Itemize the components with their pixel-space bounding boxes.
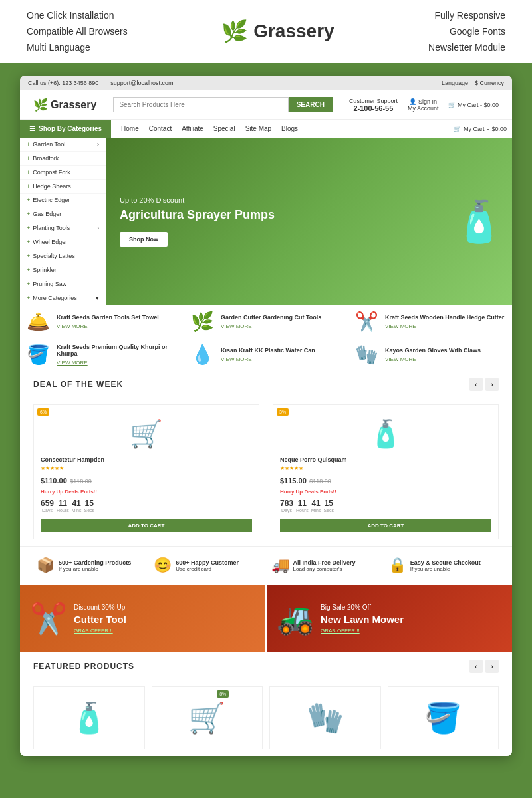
promo-banner-img-0: ✂️ — [30, 601, 67, 636]
nav-home[interactable]: Home — [121, 125, 139, 132]
product-link-4[interactable]: VIEW MORE — [221, 356, 341, 362]
sidebar-item-electric-edger[interactable]: +Electric Edger — [20, 194, 106, 207]
product-name-2: Kraft Seeds Wooden Handle Hedge Cutter — [385, 314, 505, 321]
feature-item-2: 🚚 All India Free Delivery Load any compu… — [268, 553, 382, 577]
sidebar-item-planting-tools[interactable]: +Planting Tools › — [20, 221, 106, 235]
feature-icon-3: 🔒 — [388, 557, 406, 574]
deal-next-button[interactable]: › — [485, 378, 499, 391]
product-card-4[interactable]: 💧 Kisan Kraft KK Plastic Water Can VIEW … — [184, 338, 348, 371]
nav-affiliate[interactable]: Affiliate — [182, 125, 203, 132]
product-link-5[interactable]: VIEW MORE — [385, 356, 505, 362]
featured-section-title: FEATURED PRODUCTS — [33, 662, 134, 671]
product-name-3: Kraft Seeds Premium Quality Khurpi or Kh… — [57, 344, 177, 357]
logo-text: Grassery — [253, 21, 334, 42]
deals-row: 6% 🛒 Consectetur Hampden ★★★★★ $110.00 $… — [20, 398, 512, 546]
deal-timer-days-0: 659 Days — [41, 499, 54, 513]
product-link-2[interactable]: VIEW MORE — [385, 323, 505, 329]
deal-prev-button[interactable]: ‹ — [469, 378, 483, 391]
logo-icon: 🌿 — [221, 19, 248, 44]
hero-title: Agricultura Sprayer Pumps — [120, 208, 275, 222]
promo-banner-1[interactable]: 🚜 Big Sale 20% Off New Lawn Mower GRAB O… — [267, 585, 512, 652]
product-info-1: Garden Cutter Gardening Cut Tools VIEW M… — [221, 314, 341, 329]
product-card-5[interactable]: 🧤 Kayos Garden Gloves With Claws VIEW MO… — [348, 338, 512, 371]
menu-icon: ☰ — [29, 125, 35, 132]
browser-url-left: Call us (+6): 123 3456 890 — [28, 80, 98, 86]
nav-blogs[interactable]: Blogs — [281, 125, 298, 132]
sidebar-item-hedge-shears[interactable]: +Hedge Shears — [20, 180, 106, 194]
promo-product-name-1: New Lawn Mower — [321, 614, 404, 625]
deal-section-nav: ‹ › — [469, 378, 499, 391]
deal-add-cart-button-1[interactable]: ADD TO CART — [280, 519, 491, 532]
sidebar-item-pruning-saw[interactable]: +Pruning Saw — [20, 277, 106, 291]
product-link-1[interactable]: VIEW MORE — [221, 323, 341, 329]
cart-icon: 🛒 — [448, 102, 456, 108]
feature-item-1: 😊 600+ Happy Customer Use credit card — [150, 553, 264, 577]
sidebar-item-sprinkler[interactable]: +Sprinkler — [20, 263, 106, 277]
feature-sub-0: If you are unable — [59, 566, 131, 572]
nav-cart-amount: $0.00 — [491, 126, 507, 132]
product-grid: 🛎️ Kraft Seeds Garden Tools Set Towel VI… — [20, 305, 512, 371]
promo-link-1[interactable]: GRAB OFFER !! — [321, 628, 404, 634]
feature-newsletter: Newsletter Module — [428, 42, 505, 53]
product-info-5: Kayos Garden Gloves With Claws VIEW MORE — [385, 347, 505, 362]
nav-cart[interactable]: 🛒 My Cart - $0.00 — [448, 120, 512, 138]
featured-img-0: 🧴 — [41, 700, 138, 735]
product-card-2[interactable]: ✂️ Kraft Seeds Wooden Handle Hedge Cutte… — [348, 305, 512, 338]
product-card-3[interactable]: 🪣 Kraft Seeds Premium Quality Khurpi or … — [20, 338, 184, 371]
deal-timer-mins-1: 41 Mins — [311, 499, 321, 513]
featured-prev-button[interactable]: ‹ — [469, 660, 483, 673]
store-logo-text: Grassery — [51, 99, 96, 111]
featured-next-button[interactable]: › — [485, 660, 499, 673]
product-link-3[interactable]: VIEW MORE — [57, 360, 177, 366]
nav-contact[interactable]: Contact — [149, 125, 172, 132]
deal-current-price-1: $115.00 — [280, 477, 307, 485]
deal-card-1: 3% 🧴 Neque Porro Quisquam ★★★★★ $115.00 … — [273, 404, 499, 539]
product-link-0[interactable]: VIEW MORE — [57, 323, 177, 329]
account-sub: My Account — [408, 105, 439, 112]
product-name-5: Kayos Garden Gloves With Claws — [385, 347, 505, 354]
featured-products-grid: 🧴 🛒 8% 🧤 🪣 — [20, 680, 512, 756]
categories-button[interactable]: ☰ Shop By Categories — [20, 120, 111, 138]
deal-stars-1: ★★★★★ — [280, 466, 491, 471]
sidebar-item-specialty-lattes[interactable]: +Specialty Lattes — [20, 249, 106, 263]
deal-section-header: DEAL OF THE WEEK ‹ › — [20, 371, 512, 398]
sidebar-item-garden-tool[interactable]: +Garden Tool › — [20, 138, 106, 152]
my-account[interactable]: 👤 Sign In My Account — [408, 98, 439, 112]
nav-cart-icon: 🛒 — [454, 126, 461, 132]
nav-cart-label: My Cart — [464, 126, 485, 132]
promo-banners: ✂️ Discount 30% Up Cutter Tool GRAB OFFE… — [20, 585, 512, 652]
promo-banner-0[interactable]: ✂️ Discount 30% Up Cutter Tool GRAB OFFE… — [20, 585, 265, 652]
sidebar-item-compost-fork[interactable]: +Compost Fork — [20, 166, 106, 180]
language-selector[interactable]: Language — [442, 80, 468, 86]
sidebar-item-broadfork[interactable]: +Broadfork — [20, 152, 106, 166]
feature-bold-2: All India Free Delivery — [293, 559, 356, 566]
sidebar-item-wheel-edger[interactable]: +Wheel Edger — [20, 235, 106, 249]
product-card-1[interactable]: 🌿 Garden Cutter Gardening Cut Tools VIEW… — [184, 305, 348, 338]
logo-center: 🌿 Grassery — [221, 19, 334, 44]
promo-banner-text-0: Discount 30% Up Cutter Tool GRAB OFFER !… — [74, 604, 126, 634]
featured-card-2[interactable]: 🧤 — [269, 686, 381, 749]
deal-name-1: Neque Porro Quisquam — [280, 456, 491, 463]
deal-add-cart-button-0[interactable]: ADD TO CART — [41, 519, 252, 532]
search-button[interactable]: SEARCH — [289, 97, 332, 112]
sidebar-item-gas-edger[interactable]: +Gas Edger — [20, 207, 106, 221]
account-icon: 👤 — [409, 98, 416, 105]
promo-link-0[interactable]: GRAB OFFER !! — [74, 628, 126, 634]
feature-text-3: Easy & Secure Checkout If you are unable — [410, 559, 481, 572]
hero-shop-now-button[interactable]: Shop Now — [120, 232, 168, 247]
store-logo: 🌿 Grassery — [33, 98, 96, 112]
sidebar-item-more-categories[interactable]: +More Categories ▾ — [20, 291, 106, 305]
nav-special[interactable]: Special — [213, 125, 235, 132]
customer-support: Customer Support 2-100-56-55 — [349, 98, 398, 112]
deal-img-0: 🛒 — [41, 418, 252, 450]
featured-card-0[interactable]: 🧴 — [33, 686, 145, 749]
nav-sitemap[interactable]: Site Map — [245, 125, 271, 132]
product-info-4: Kisan Kraft KK Plastic Water Can VIEW MO… — [221, 347, 341, 362]
product-card-0[interactable]: 🛎️ Kraft Seeds Garden Tools Set Towel VI… — [20, 305, 184, 338]
featured-card-1[interactable]: 🛒 8% — [152, 686, 263, 749]
featured-card-3[interactable]: 🪣 — [388, 686, 499, 749]
feature-bold-1: 600+ Happy Customer — [176, 559, 239, 566]
search-input[interactable] — [113, 97, 288, 112]
cart-area[interactable]: 🛒 My Cart - $0.00 — [448, 102, 499, 108]
currency-selector[interactable]: $ Currency — [475, 80, 504, 86]
